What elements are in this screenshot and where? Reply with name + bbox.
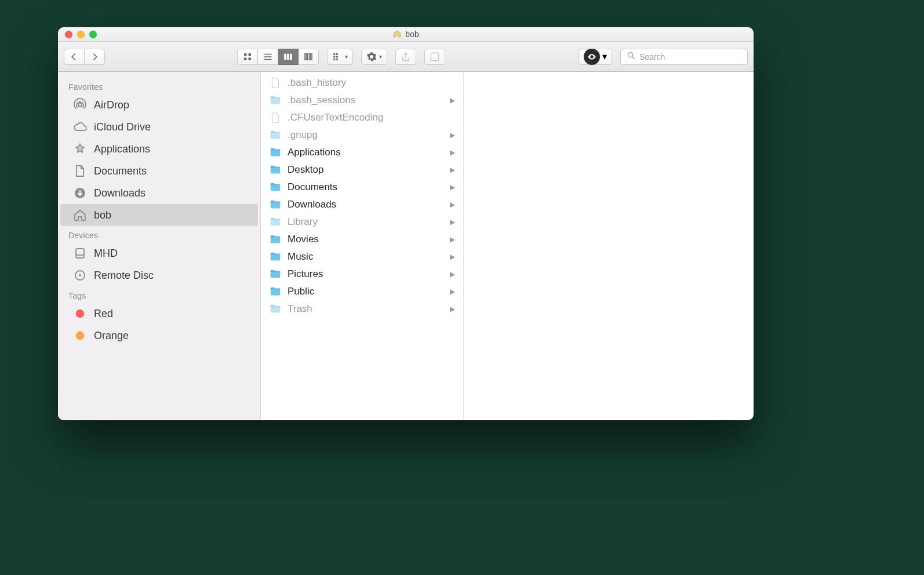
file-row[interactable]: .bash_sessions▶: [261, 92, 463, 109]
file-row[interactable]: .CFUserTextEncoding: [261, 109, 463, 126]
file-label: Desktop: [288, 164, 323, 176]
minimize-button[interactable]: [77, 31, 85, 38]
file-row[interactable]: .bash_history: [261, 74, 463, 92]
arrange-button[interactable]: ▾: [327, 49, 353, 65]
eye-icon: [584, 49, 600, 65]
folder-icon: [269, 216, 282, 228]
svg-rect-17: [336, 56, 338, 57]
cloud-icon: [73, 120, 87, 134]
sidebar-item-airdrop[interactable]: AirDrop: [60, 94, 258, 116]
view-gallery-button[interactable]: [299, 49, 319, 65]
remotedisc-icon: [73, 268, 87, 282]
sidebar-item-label: Downloads: [94, 187, 145, 199]
doc-icon: [73, 164, 87, 178]
file-label: Trash: [288, 303, 312, 315]
sidebar-heading: Favorites: [58, 78, 260, 94]
disclosure-arrow-icon: ▶: [450, 305, 457, 313]
chevron-down-icon: ▾: [602, 51, 607, 62]
svg-point-21: [78, 103, 82, 107]
window-title: bob: [392, 29, 419, 40]
action-button[interactable]: ▾: [361, 49, 387, 65]
sidebar-item-documents[interactable]: Documents: [60, 160, 258, 182]
file-row[interactable]: Music▶: [261, 248, 463, 265]
file-row[interactable]: Desktop▶: [261, 161, 463, 179]
finder-window: bob ▾: [58, 27, 754, 420]
folder-icon: [269, 268, 282, 281]
folder-icon: [269, 129, 282, 141]
view-icons-button[interactable]: [237, 49, 258, 65]
tags-button[interactable]: [424, 49, 445, 65]
sidebar-item-orange[interactable]: Orange: [60, 325, 258, 347]
sidebar-item-label: Applications: [94, 143, 150, 155]
share-button[interactable]: [395, 49, 416, 65]
back-button[interactable]: [64, 49, 85, 65]
content-area: FavoritesAirDropiCloud DriveApplications…: [58, 72, 754, 420]
sidebar-item-downloads[interactable]: Downloads: [60, 182, 258, 204]
zoom-button[interactable]: [89, 31, 97, 38]
disk-icon: [73, 246, 87, 260]
view-mode-buttons: [237, 49, 319, 65]
file-label: .gnupg: [288, 129, 318, 141]
svg-rect-18: [336, 59, 338, 60]
sidebar-heading: Tags: [58, 286, 260, 303]
sidebar-item-mhd[interactable]: MHD: [60, 242, 258, 264]
toolbar: ▾ ▾ ▾: [58, 42, 754, 72]
file-row[interactable]: .gnupg▶: [261, 126, 463, 144]
file-row[interactable]: Applications▶: [261, 144, 463, 161]
disclosure-arrow-icon: ▶: [450, 253, 457, 261]
forward-button[interactable]: [85, 49, 105, 65]
svg-rect-14: [333, 56, 335, 57]
svg-line-20: [632, 57, 634, 59]
sidebar-item-label: Remote Disc: [94, 270, 154, 282]
file-row[interactable]: Documents▶: [261, 179, 463, 196]
file-label: .CFUserTextEncoding: [288, 112, 383, 123]
svg-rect-9: [290, 53, 292, 60]
title-bar: bob: [58, 27, 754, 42]
folder-icon: [269, 146, 282, 159]
folder-icon: [269, 285, 282, 298]
file-column: .bash_history.bash_sessions▶.CFUserTextE…: [261, 72, 464, 420]
file-icon: [269, 77, 282, 89]
hidden-files-toggle[interactable]: ▾: [579, 49, 612, 65]
tag-icon: [73, 307, 87, 321]
apps-icon: [73, 142, 87, 156]
sidebar-item-label: iCloud Drive: [94, 121, 151, 133]
disclosure-arrow-icon: ▶: [450, 183, 457, 191]
sidebar-item-icloud-drive[interactable]: iCloud Drive: [60, 116, 258, 138]
file-label: Movies: [288, 234, 319, 245]
sidebar-item-remote-disc[interactable]: Remote Disc: [60, 264, 258, 286]
file-icon: [269, 111, 282, 124]
view-columns-button[interactable]: [278, 49, 299, 65]
sidebar-item-label: bob: [94, 209, 111, 221]
view-list-button[interactable]: [258, 49, 278, 65]
file-row[interactable]: Trash▶: [261, 300, 463, 318]
folder-icon: [269, 198, 282, 211]
sidebar-heading: Devices: [58, 226, 260, 242]
traffic-lights: [65, 31, 97, 38]
disclosure-arrow-icon: ▶: [450, 166, 457, 174]
svg-rect-0: [244, 53, 247, 56]
close-button[interactable]: [65, 31, 72, 38]
svg-point-26: [79, 274, 81, 276]
chevron-down-icon: ▾: [379, 53, 382, 60]
search-field[interactable]: [620, 49, 748, 65]
download-icon: [73, 186, 87, 200]
folder-icon: [269, 163, 282, 176]
sidebar-item-bob[interactable]: bob: [60, 204, 258, 226]
file-label: Public: [288, 286, 314, 297]
sidebar-item-applications[interactable]: Applications: [60, 138, 258, 160]
file-label: Documents: [288, 181, 337, 193]
search-input[interactable]: [639, 52, 741, 61]
window-title-text: bob: [405, 30, 419, 39]
sidebar-item-red[interactable]: Red: [60, 303, 258, 325]
file-row[interactable]: Pictures▶: [261, 265, 463, 283]
sidebar-item-label: AirDrop: [94, 99, 129, 111]
disclosure-arrow-icon: ▶: [450, 270, 457, 278]
file-row[interactable]: Library▶: [261, 213, 463, 231]
file-row[interactable]: Downloads▶: [261, 196, 463, 213]
disclosure-arrow-icon: ▶: [450, 96, 457, 104]
file-row[interactable]: Movies▶: [261, 231, 463, 248]
svg-rect-2: [244, 57, 247, 60]
empty-column: [464, 72, 754, 420]
file-row[interactable]: Public▶: [261, 283, 463, 300]
